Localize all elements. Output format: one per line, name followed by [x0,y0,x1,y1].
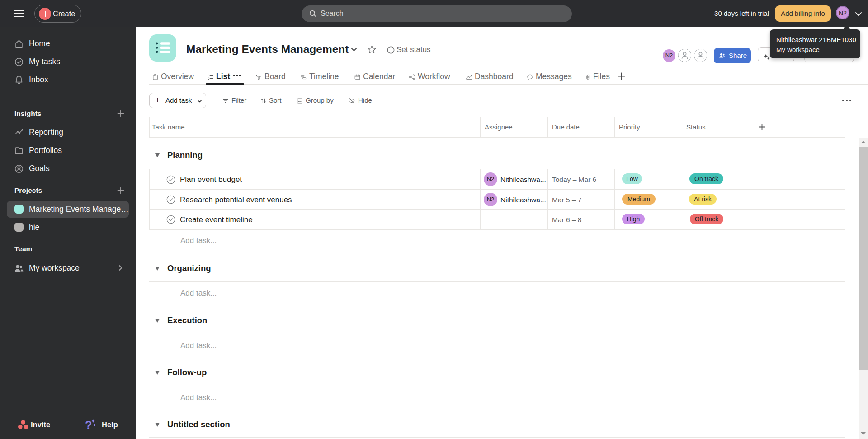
svg-text:?: ? [85,419,92,431]
